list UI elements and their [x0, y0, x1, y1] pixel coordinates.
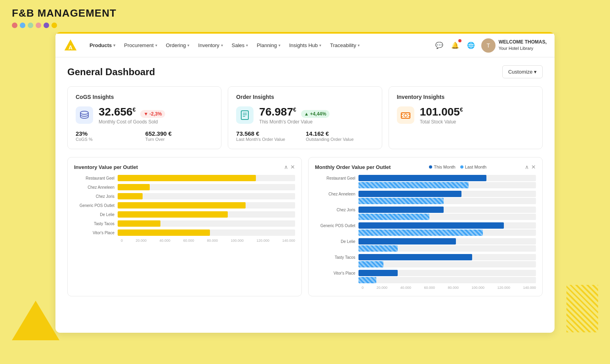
order-bars-container: Restaurant Geel Chez Anneleen: [315, 175, 536, 283]
order-bar-row-last: [315, 198, 536, 204]
nav-procurement[interactable]: Procurement ▾: [120, 39, 161, 51]
bar-label: Vitor's Place: [315, 271, 358, 275]
bar-fill-this: [358, 254, 472, 260]
bar-label: Chez Joris: [74, 194, 118, 199]
page-title: General Dashboard: [67, 66, 155, 78]
content: General Dashboard Customize ▾ CoGS Insig…: [55, 57, 555, 304]
bar-label: Tasty Tacos: [74, 222, 118, 226]
bar-fill-this: [358, 270, 398, 276]
nav-traceability[interactable]: Traceability ▾: [326, 39, 364, 51]
bar-track-last: [358, 198, 536, 204]
order-bar-row-last: [315, 182, 536, 188]
nav-inventory[interactable]: Inventory ▾: [194, 39, 227, 51]
inventory-chart-card: Inventory Value per Outlet ∧ ✕ Restauran…: [67, 157, 302, 296]
order-bar-chart: Restaurant Geel Chez Anneleen: [315, 175, 536, 290]
bar-fill-last: [358, 277, 376, 283]
inventory-x-axis: 0 20.000 40.000 60.000 80.000 100.000 12…: [74, 239, 295, 243]
dot-6: [51, 23, 57, 28]
bar-label: Chez Joris: [315, 208, 358, 212]
inventory-chart-controls: ∧ ✕: [284, 164, 295, 170]
order-bar-row-this: Vitor's Place: [315, 270, 536, 276]
bar-fill-last: [358, 182, 469, 188]
order-bar-group: Tasty Tacos: [315, 254, 536, 267]
bar-fill: [118, 229, 210, 236]
order-bar-row-this: De Lelie: [315, 238, 536, 245]
order-chart-card: Monthly Order Value per Outlet This Mont…: [308, 157, 543, 296]
inventory-bar-row: Generic POS Outlet: [74, 202, 295, 209]
bar-track-last: [358, 182, 536, 188]
notification-icon[interactable]: 🔔: [450, 40, 461, 51]
dashboard-header: General Dashboard Customize ▾: [67, 65, 543, 78]
cogs-subtitle: Monthly Cost of Goods Sold: [99, 119, 165, 125]
inventory-card: Inventory Insights: [389, 86, 543, 149]
color-dots: [12, 23, 598, 28]
inventory-subtitle: Total Stock Value: [420, 119, 463, 125]
nav-products[interactable]: Products ▾: [86, 39, 119, 51]
bar-fill: [118, 193, 143, 199]
inventory-bar-row: De Lelie: [74, 211, 295, 218]
cogs-badge: ▼ -2,3%: [140, 110, 165, 118]
bar-fill-this: [358, 222, 504, 229]
chat-icon[interactable]: 💬: [434, 40, 445, 51]
inventory-bar-chart: Restaurant Geel Chez Anneleen Chez Joris…: [74, 175, 295, 243]
nav-planning[interactable]: Planning ▾: [253, 39, 284, 51]
bar-fill-last: [358, 229, 483, 236]
document-icon: [239, 110, 250, 121]
order-card: Order Insights 76.987€: [228, 86, 382, 149]
order-bar-row-this: Chez Anneleen: [315, 191, 536, 197]
nav-sales[interactable]: Sales ▾: [228, 39, 252, 51]
bar-track: [118, 211, 295, 218]
charts-row: Inventory Value per Outlet ∧ ✕ Restauran…: [67, 157, 543, 296]
bar-track: [358, 238, 536, 245]
bar-track: [118, 193, 295, 199]
bar-fill: [118, 202, 246, 209]
bar-fill: [118, 211, 228, 218]
order-bar-row-this: Restaurant Geel: [315, 175, 536, 181]
cogs-pct-label: CoGS %: [76, 137, 144, 142]
bar-label: Vitor's Place: [74, 231, 118, 235]
database-icon: [79, 110, 90, 121]
cogs-icon: [76, 106, 93, 124]
bar-fill-this: [358, 191, 461, 197]
inventory-chart-close[interactable]: ✕: [290, 164, 295, 170]
customize-button[interactable]: Customize ▾: [502, 65, 543, 78]
nav-ordering[interactable]: Ordering ▾: [162, 39, 194, 51]
order-chart-collapse[interactable]: ∧: [525, 164, 529, 170]
order-bar-row-this: Chez Joris: [315, 207, 536, 213]
bar-track: [358, 254, 536, 260]
order-chart-header: Monthly Order Value per Outlet This Mont…: [315, 164, 536, 170]
bar-track: [358, 207, 536, 213]
bar-fill-this: [358, 238, 456, 245]
bar-track: [118, 229, 295, 236]
order-chart-title: Monthly Order Value per Outlet: [315, 164, 391, 170]
order-bar-row-last: [315, 214, 536, 220]
bar-track: [358, 270, 536, 276]
svg-point-10: [404, 114, 407, 117]
globe-icon[interactable]: 🌐: [465, 40, 477, 51]
bar-fill-last: [358, 245, 398, 252]
inventory-chart-collapse[interactable]: ∧: [284, 164, 288, 170]
order-chart-close[interactable]: ✕: [531, 164, 536, 170]
bar-fill-this: [358, 175, 486, 181]
top-bar: F&B MANAGEMENT: [0, 0, 610, 32]
bar-label: Chez Anneleen: [315, 192, 358, 196]
bar-fill-last: [358, 214, 429, 220]
order-chart-legend: This Month Last Month: [429, 165, 486, 169]
cogs-turnover-value: 652.390 €: [145, 130, 214, 137]
bar-track-last: [358, 261, 536, 267]
deco-stripes: [566, 285, 598, 332]
inventory-bars-container: Restaurant Geel Chez Anneleen Chez Joris…: [74, 175, 295, 236]
bar-label: Generic POS Outlet: [74, 203, 118, 208]
order-main: 76.987€ ▲ +4,44% This Month's Order Valu…: [236, 106, 374, 125]
order-bar-row-last: [315, 229, 536, 236]
cogs-turnover-label: Turn Over: [145, 137, 214, 142]
cogs-card: CoGS Insights 32.656€: [67, 86, 221, 149]
bar-label: Restaurant Geel: [74, 176, 118, 180]
order-bar-group: Vitor's Place: [315, 270, 536, 283]
navbar: A Products ▾ Procurement ▾ Ordering ▾ In…: [55, 34, 555, 57]
bar-track: [118, 175, 295, 181]
order-bar-group: Restaurant Geel: [315, 175, 536, 188]
nav-insights-hub[interactable]: Insights Hub ▾: [285, 39, 325, 51]
order-icon: [236, 106, 254, 124]
dot-1: [12, 23, 17, 28]
